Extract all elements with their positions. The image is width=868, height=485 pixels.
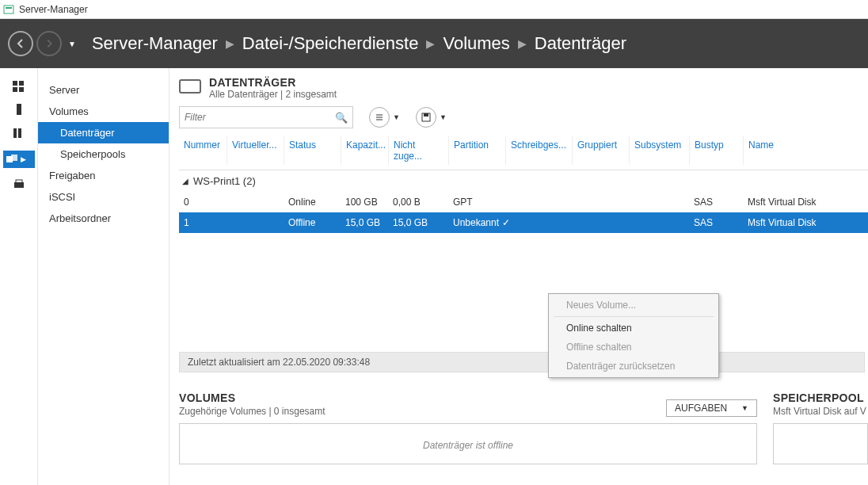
collapse-icon[interactable]: ◢ <box>182 177 188 185</box>
group-row[interactable]: ◢ WS-Print1 (2) <box>179 170 868 192</box>
chevron-right-icon: ▶ <box>226 37 234 50</box>
chevron-down-icon[interactable]: ▼ <box>393 113 400 121</box>
col-number[interactable]: Nummer <box>179 136 227 165</box>
nav-back-button[interactable] <box>8 31 33 56</box>
table-row[interactable]: 1 Offline 15,0 GB 15,0 GB Unbekannt✓ SAS… <box>179 212 868 233</box>
iconbar-file-services[interactable]: ▶ <box>3 151 35 168</box>
iconbar-local-server[interactable] <box>11 103 27 117</box>
window-titlebar: Server-Manager <box>0 0 868 19</box>
iconbar-dashboard[interactable] <box>11 79 27 94</box>
storagepool-panel: SPEICHERPOOL Msft Virtual Disk auf V <box>773 391 868 464</box>
grid-header: Nummer Virtueller... Status Kapazit... N… <box>179 136 868 170</box>
svg-rect-2 <box>13 81 17 86</box>
chevron-right-icon: ▶ <box>426 37 435 50</box>
volumes-title: VOLUMES <box>179 391 326 404</box>
col-partition[interactable]: Partition <box>448 136 505 165</box>
chevron-right-icon: ▶ <box>518 37 527 50</box>
filter-box[interactable]: 🔍 <box>179 106 353 128</box>
breadcrumb-item[interactable]: Datenträger <box>535 33 626 54</box>
col-virtual[interactable]: Virtueller... <box>227 136 284 165</box>
volumes-panel: VOLUMES Zugehörige Volumes | 0 insgesamt… <box>179 391 757 464</box>
disk-grid: Nummer Virtueller... Status Kapazit... N… <box>179 136 868 233</box>
col-name[interactable]: Name <box>743 136 868 165</box>
pool-title: SPEICHERPOOL <box>773 391 868 404</box>
svg-rect-8 <box>18 128 21 138</box>
save-view-button[interactable] <box>416 107 436 128</box>
breadcrumb-item[interactable]: Volumes <box>443 33 509 54</box>
svg-rect-10 <box>11 155 17 161</box>
svg-rect-3 <box>19 81 24 86</box>
pool-subtitle: Msft Virtual Disk auf V <box>773 406 868 417</box>
svg-rect-4 <box>13 87 17 92</box>
menu-separator <box>554 316 714 317</box>
svg-rect-6 <box>17 104 21 115</box>
view-options-button[interactable] <box>369 107 390 128</box>
col-unallocated[interactable]: Nicht zuge... <box>388 136 448 165</box>
col-grouped[interactable]: Gruppiert <box>572 136 629 165</box>
menu-take-offline[interactable]: Offline schalten <box>550 338 717 357</box>
context-menu: Neues Volume... Online schalten Offline … <box>548 293 719 378</box>
iconbar-print[interactable] <box>11 178 27 192</box>
col-readonly[interactable]: Schreibges... <box>505 136 572 165</box>
col-capacity[interactable]: Kapazit... <box>341 136 388 165</box>
col-status[interactable]: Status <box>284 136 341 165</box>
app-icon <box>3 4 14 15</box>
svg-rect-17 <box>424 113 428 116</box>
iconbar-all-servers[interactable] <box>11 127 27 141</box>
sidebar-item-workfolders[interactable]: Arbeitsordner <box>38 208 169 229</box>
main-content: DATENTRÄGER Alle Datenträger | 2 insgesa… <box>169 68 868 485</box>
chevron-down-icon: ▼ <box>741 404 748 412</box>
table-row[interactable]: 0 Online 100 GB 0,00 B GPT SAS Msft Virt… <box>179 192 868 212</box>
volumes-body: Datenträger ist offline <box>179 423 757 464</box>
col-subsystem[interactable]: Subsystem <box>629 136 689 165</box>
pool-body <box>773 423 868 464</box>
sidebar-item-iscsi[interactable]: iSCSI <box>38 186 169 208</box>
group-label: WS-Print1 (2) <box>193 175 256 187</box>
header-bar: ▼ Server-Manager ▶ Datei-/Speicherdienst… <box>0 19 868 68</box>
filter-input[interactable] <box>185 112 335 123</box>
status-line: Zuletzt aktualisiert am 22.05.2020 09:33… <box>179 352 865 372</box>
sidebar-item-volumes[interactable]: Volumes <box>38 101 169 122</box>
chevron-down-icon[interactable]: ▼ <box>440 113 447 121</box>
svg-rect-7 <box>13 128 17 138</box>
menu-reset-disk[interactable]: Datenträger zurücksetzen <box>550 357 717 376</box>
sidebar-item-storagepools[interactable]: Speicherpools <box>38 143 169 165</box>
sidebar-item-server[interactable]: Server <box>38 79 169 101</box>
sidebar-item-disks[interactable]: Datenträger <box>38 122 169 143</box>
volumes-subtitle: Zugehörige Volumes | 0 insgesamt <box>179 406 326 417</box>
menu-bring-online[interactable]: Online schalten <box>550 319 717 338</box>
section-subtitle: Alle Datenträger | 2 insgesamt <box>209 89 337 100</box>
disk-icon <box>179 79 201 94</box>
section-title: DATENTRÄGER <box>209 76 337 89</box>
svg-rect-5 <box>19 87 24 92</box>
breadcrumb: Server-Manager ▶ Datei-/Speicherdienste … <box>92 33 626 54</box>
window-title: Server-Manager <box>19 4 88 15</box>
icon-sidebar: ▶ <box>0 68 38 485</box>
menu-new-volume[interactable]: Neues Volume... <box>550 296 717 315</box>
breadcrumb-item[interactable]: Server-Manager <box>92 33 218 54</box>
sidebar-nav: Server Volumes Datenträger Speicherpools… <box>38 68 169 485</box>
svg-rect-1 <box>6 7 12 9</box>
col-bustype[interactable]: Bustyp <box>689 136 743 165</box>
search-icon[interactable]: 🔍 <box>335 112 348 124</box>
sidebar-item-shares[interactable]: Freigaben <box>38 165 169 186</box>
toolbar: 🔍 ▼ ▼ <box>179 106 868 128</box>
breadcrumb-item[interactable]: Datei-/Speicherdienste <box>242 33 419 54</box>
svg-rect-0 <box>4 6 13 13</box>
tasks-dropdown[interactable]: AUFGABEN ▼ <box>666 399 757 417</box>
nav-history-dropdown[interactable]: ▼ <box>68 40 76 48</box>
nav-forward-button[interactable] <box>36 31 62 56</box>
